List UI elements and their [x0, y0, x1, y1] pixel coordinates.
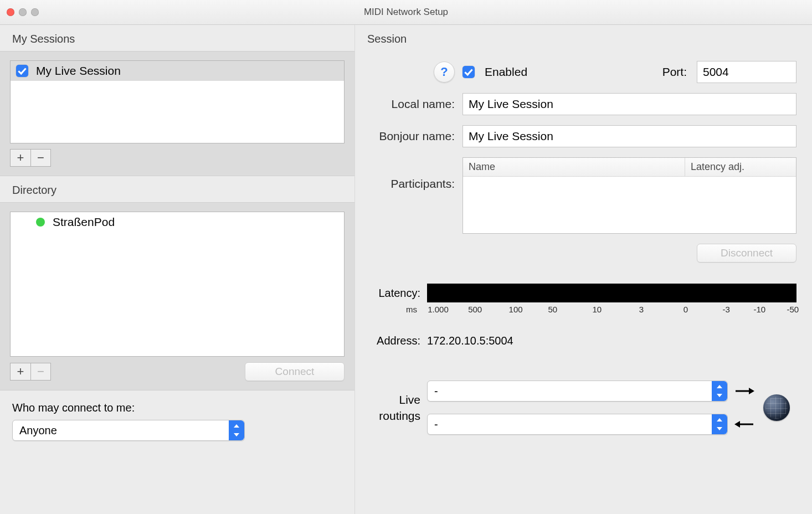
connect-button[interactable]: Connect [245, 362, 345, 381]
address-label: Address: [359, 335, 420, 347]
latency-tick: -10 [753, 305, 765, 314]
who-may-connect-select[interactable]: Anyone [12, 420, 245, 441]
local-name-field[interactable] [462, 93, 796, 115]
routing-in-select[interactable]: - [427, 414, 728, 435]
latency-tick: 1.000 [428, 305, 449, 314]
directory-name: StraßenPod [53, 215, 115, 229]
latency-ticks: 1.000500100501030-3-10-50 [427, 305, 796, 315]
latency-tick: 0 [683, 305, 688, 314]
disconnect-button[interactable]: Disconnect [697, 244, 796, 263]
latency-meter [427, 284, 796, 302]
session-enabled-checkbox[interactable] [16, 65, 28, 77]
session-header: Session [355, 25, 812, 51]
latency-tick: 100 [509, 305, 523, 314]
help-icon: ? [440, 65, 448, 79]
left-pane: My Sessions My Live Session + − Director… [0, 25, 355, 514]
participants-col-name[interactable]: Name [463, 158, 685, 176]
participants-body [463, 177, 796, 233]
address-value: 172.20.10.5:5004 [427, 335, 796, 347]
network-globe-icon [763, 394, 790, 421]
window-title: MIDI Network Setup [0, 7, 812, 18]
bonjour-name-field[interactable] [462, 125, 796, 147]
enabled-label: Enabled [485, 65, 527, 79]
port-field[interactable] [697, 61, 796, 83]
who-may-connect-label: Who may connect to me: [12, 402, 342, 414]
right-pane: Session ? Enabled Port: Local name [355, 25, 812, 514]
port-label: Port: [662, 65, 687, 79]
directory-panel: StraßenPod + − Connect [0, 202, 354, 390]
directory-header: Directory [0, 176, 354, 202]
help-button[interactable]: ? [434, 61, 455, 83]
directory-row[interactable]: StraßenPod [11, 212, 344, 232]
sessions-add-remove: + − [10, 149, 51, 167]
who-may-connect-value: Anyone [19, 424, 57, 437]
routing-out-value: - [434, 385, 438, 398]
my-sessions-panel: My Live Session + − [0, 51, 354, 176]
participants-col-latency[interactable]: Latency adj. [685, 158, 796, 176]
latency-unit-label: ms [359, 305, 420, 314]
bonjour-name-label: Bonjour name: [359, 130, 455, 143]
remove-directory-button[interactable]: − [30, 363, 50, 380]
latency-tick: -50 [787, 305, 799, 314]
dropdown-stepper-icon [229, 420, 244, 440]
participants-table[interactable]: Name Latency adj. [462, 157, 796, 234]
directory-add-remove: + − [10, 363, 51, 381]
session-name: My Live Session [36, 64, 121, 78]
local-name-label: Local name: [359, 97, 455, 111]
routing-in-value: - [434, 418, 438, 431]
live-routings-label: Live routings [359, 392, 420, 424]
routing-out-select[interactable]: - [427, 381, 728, 402]
sessions-listbox[interactable]: My Live Session [10, 60, 345, 143]
directory-listbox[interactable]: StraßenPod [10, 212, 345, 357]
dropdown-stepper-icon [712, 381, 727, 401]
latency-tick: 50 [548, 305, 557, 314]
session-enabled-checkbox[interactable] [462, 66, 475, 78]
titlebar: MIDI Network Setup [0, 0, 812, 25]
arrow-right-icon [734, 386, 754, 396]
latency-tick: 10 [592, 305, 602, 314]
latency-tick: -3 [723, 305, 730, 314]
dropdown-stepper-icon [712, 414, 727, 434]
status-dot-icon [36, 218, 45, 227]
svg-marker-1 [749, 388, 754, 394]
latency-tick: 500 [468, 305, 482, 314]
my-sessions-header: My Sessions [0, 25, 354, 51]
latency-tick: 3 [639, 305, 644, 314]
arrow-left-icon [734, 419, 754, 429]
add-directory-button[interactable]: + [11, 363, 30, 380]
participants-label: Participants: [359, 157, 455, 191]
latency-label: Latency: [359, 287, 420, 300]
svg-marker-3 [734, 421, 740, 428]
add-session-button[interactable]: + [11, 150, 30, 166]
session-row[interactable]: My Live Session [11, 61, 344, 81]
remove-session-button[interactable]: − [30, 150, 50, 166]
